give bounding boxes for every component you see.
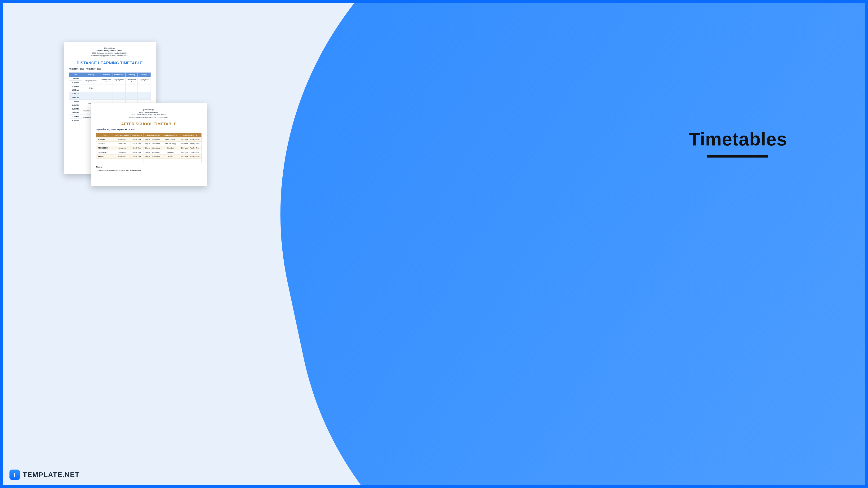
time-cell: 8:00 AM: [69, 80, 82, 84]
brand: T TEMPLATE.NET: [9, 469, 80, 480]
doc-a-col-thu: Thursday: [125, 72, 137, 77]
doc-a-org: Central Valley Charter School: [69, 50, 151, 52]
activity-cell: Snack Time: [130, 137, 144, 141]
day-cell: THURSDAY: [96, 150, 113, 154]
doc-a-col-time: Time: [69, 72, 82, 77]
day-cell: MONDAY: [96, 137, 113, 141]
doc-b-address: 3217 Small Street, New York, NY 10016: [96, 113, 202, 116]
day-cell: WEDNESDAY: [96, 146, 113, 150]
doc-b-logo-placeholder: [School logo]: [96, 108, 202, 111]
doc-a-logo-placeholder: [School logo]: [69, 47, 151, 50]
table-row-empty: [96, 159, 202, 163]
time-cell: 7:00 AM: [69, 77, 82, 80]
day-cell: FRIDAY: [96, 154, 113, 159]
brand-badge-icon: T: [9, 469, 20, 480]
empty-cell: [125, 84, 137, 92]
empty-cell: [112, 92, 125, 99]
activity-cell: Sign-in / Attendance: [144, 141, 162, 146]
doc-b-contact: eastbridgeelem@yourmail.com, 222 555 777…: [96, 116, 202, 119]
time-cell: 3:00 PM: [69, 107, 82, 111]
doc-b-org: East Bridge Day Care: [96, 111, 202, 114]
page-title: Timetables: [689, 128, 787, 150]
outer-frame: Timetables [School logo] Central Valley …: [0, 0, 868, 488]
activity-cell: Snack Time: [130, 154, 144, 159]
subject-cell: Mathematics 1: [125, 77, 137, 84]
doc-b-header: [School logo] East Bridge Day Care 3217 …: [96, 108, 202, 119]
activity-cell: Reading: [162, 146, 179, 150]
table-row: THURSDAY Homework Snack Time Sign-in / A…: [96, 150, 202, 154]
subject-cell: Language Arts 1: [112, 77, 125, 84]
brand-text: TEMPLATE.NET: [23, 471, 80, 479]
day-cell: TUESDAY: [96, 141, 113, 146]
empty-cell: [112, 84, 125, 92]
doc-after-school: [School logo] East Bridge Day Care 3217 …: [91, 103, 207, 186]
time-cell: 2:00 PM: [69, 103, 82, 107]
table-row: TUESDAY Homework Snack Time Sign-in / At…: [96, 141, 202, 146]
activity-cell: Dismissal / Pick-Up Time: [179, 137, 202, 141]
doc-a-col-wed: Wednesday: [112, 72, 125, 77]
activity-cell: Snack Time: [130, 150, 144, 154]
table-row: FRIDAY Homework Snack Time Sign-in / Att…: [96, 154, 202, 159]
empty-cell: [162, 159, 179, 163]
time-cell: 5:00 PM: [69, 115, 82, 118]
activity-cell: Homework: [113, 141, 130, 146]
documents-group: [School logo] Central Valley Charter Sch…: [64, 42, 494, 427]
activity-cell: Homework: [113, 154, 130, 159]
doc-b-table: TIME 1:45 PM - 2:30 PM 2:30-2:45 PM 2:45…: [96, 133, 202, 163]
doc-b-col-3: 2:45 PM - 2:50 PM: [144, 133, 162, 137]
subject-cell: Language Arts 1: [82, 77, 100, 84]
empty-cell: [125, 92, 137, 99]
table-row: WEDNESDAY Homework Snack Time Sign-in / …: [96, 146, 202, 150]
time-cell: 6:00 PM: [69, 118, 82, 122]
doc-a-contact: Centralvalley@yourmail.com, 222 555 7777: [69, 55, 151, 57]
table-row: 9:00 AM Civics: [69, 84, 151, 88]
activity-cell: Homework: [113, 146, 130, 150]
empty-cell: [137, 92, 151, 99]
empty-cell: [137, 84, 151, 92]
doc-b-col-1: 1:45 PM - 2:30 PM: [113, 133, 130, 137]
time-cell: 11:00 AM: [69, 92, 82, 96]
table-row: MONDAY Homework Snack Time Sign-in / Att…: [96, 137, 202, 141]
table-row: 11:00 AM: [69, 92, 151, 96]
doc-b-title: AFTER SCHOOL TIMETABLE: [96, 122, 202, 126]
time-cell: 9:00 AM: [69, 84, 82, 88]
doc-b-daterange: September 10, 2040 - September 14, 2042: [96, 128, 202, 131]
doc-a-header: [School logo] Central Valley Charter Sch…: [69, 47, 151, 57]
activity-cell: Dismissal / Pick-Up Time: [179, 141, 202, 146]
doc-a-daterange: August 06, 2030 - August 10, 2030: [69, 68, 151, 70]
activity-cell: Homework: [113, 150, 130, 154]
activity-cell: Sports (Soccer): [162, 137, 179, 141]
doc-a-title: DISTANCE LEARNING TIMETABLE: [69, 61, 151, 65]
activity-cell: Music: [162, 154, 179, 159]
activity-cell: Sign-in / Attendance: [144, 150, 162, 154]
activity-cell: Arts (Painting): [162, 141, 179, 146]
activity-cell: Dismissal / Pick-Up Time: [179, 150, 202, 154]
empty-cell: [113, 159, 130, 163]
empty-cell: [82, 92, 100, 99]
activity-cell: Snack Time: [130, 146, 144, 150]
doc-b-notes-item: 1. Students must participate in every af…: [97, 169, 202, 171]
activity-cell: Dancing: [162, 150, 179, 154]
doc-b-notes-heading: Notes:: [96, 166, 202, 168]
title-underline: [707, 155, 768, 158]
subject-cell: Civics: [82, 84, 100, 92]
doc-b-col-2: 2:30-2:45 PM: [130, 133, 144, 137]
doc-b-col-5: 4:00 PM - 4:30 PM: [179, 133, 202, 137]
empty-cell: [179, 159, 202, 163]
activity-cell: Dismissal / Pick-Up Time: [179, 154, 202, 159]
activity-cell: Sign-in / Attendance: [144, 154, 162, 159]
doc-a-address: 2389 Butternut Lane, Collinsville, IL 62…: [69, 52, 151, 55]
doc-a-col-tue: Tuesday: [100, 72, 112, 77]
activity-cell: Dismissal / Pick-Up Time: [179, 146, 202, 150]
activity-cell: Sign-in / Attendance: [144, 146, 162, 150]
subject-cell: Language Arts 1: [137, 77, 151, 84]
doc-b-col-4: 2:50 PM - 4:00 PM: [162, 133, 179, 137]
time-cell: 1:00 PM: [69, 99, 82, 103]
brand-name-strong: TEMPLATE: [23, 471, 62, 479]
empty-cell: [100, 84, 112, 92]
time-cell: 12:00 PM: [69, 96, 82, 99]
empty-cell: [100, 92, 112, 99]
empty-cell: [130, 159, 144, 163]
time-cell: 4:00 PM: [69, 111, 82, 115]
empty-cell: [144, 159, 162, 163]
